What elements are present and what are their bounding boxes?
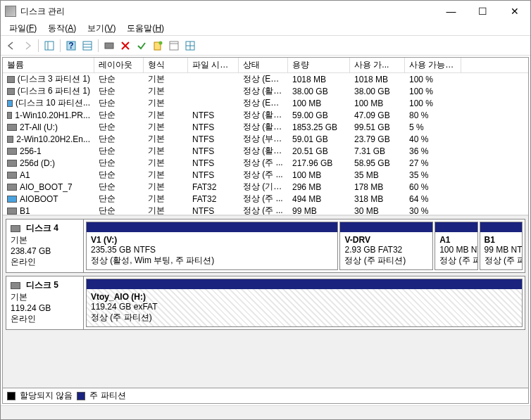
list-button[interactable] xyxy=(80,38,95,53)
drive-icon xyxy=(7,196,17,203)
window-root: 디스크 관리 — ☐ ✕ 파일(F)동작(A)보기(V)도움말(H) ? 볼륨 … xyxy=(0,0,531,420)
volume-capacity: 20.51 GB xyxy=(288,146,350,156)
volume-row[interactable]: AIO_BOOT_7단순기본FAT32정상 (기본...296 MB178 MB… xyxy=(3,181,528,193)
forward-button[interactable] xyxy=(20,38,35,53)
volume-status: 정상 (주 ... xyxy=(239,193,288,205)
new-button[interactable] xyxy=(150,38,165,53)
partition-size: 235.35 GB NTFS xyxy=(91,245,333,255)
partition[interactable]: B199 MB NTFS정상 (주 파티션) xyxy=(480,222,523,270)
legend-primary-icon xyxy=(77,392,85,400)
menu-v[interactable]: 보기(V) xyxy=(82,22,121,35)
volume-row[interactable]: B1단순기본NTFS정상 (주 ...99 MB30 MB30 % xyxy=(3,205,528,216)
disk-partitions: Vtoy_AIO (H:)119.24 GB exFAT정상 (주 파티션) xyxy=(84,276,525,329)
volume-row[interactable]: AIOBOOT단순기본FAT32정상 (주 ...494 MB318 MB64 … xyxy=(3,193,528,205)
legend-unallocated-label: 할당되지 않음 xyxy=(20,390,73,402)
titlebar[interactable]: 디스크 관리 — ☐ ✕ xyxy=(1,1,530,22)
partition-status: 정상 (주 파티션) xyxy=(91,312,518,324)
partition[interactable]: A1100 MB NTFS정상 (주 파티션) xyxy=(435,222,477,270)
volume-row[interactable]: 2T-All (U:)단순기본NTFS정상 (활성...1853.25 GB99… xyxy=(3,121,528,133)
volume-row[interactable]: 2-Win10.20H2.En...단순기본NTFS정상 (부팅...59.01… xyxy=(3,133,528,145)
volume-capacity: 1853.25 GB xyxy=(288,122,350,132)
disk-label[interactable]: 디스크 4기본238.47 GB온라인 xyxy=(6,219,84,272)
disk-graphical-view[interactable]: 디스크 4기본238.47 GB온라인V1 (V:)235.35 GB NTFS… xyxy=(3,216,528,388)
menu-a[interactable]: 동작(A) xyxy=(42,22,82,35)
col-filesystem[interactable]: 파일 시스템 xyxy=(188,58,239,72)
drive-icon xyxy=(7,184,17,191)
help-button[interactable]: ? xyxy=(63,38,79,53)
disk-size: 119.24 GB xyxy=(11,303,79,313)
properties-button[interactable] xyxy=(166,38,182,53)
partition-header xyxy=(340,222,432,232)
partition-name: Vtoy_AIO (H:) xyxy=(91,292,518,302)
volume-fs: NTFS xyxy=(188,158,239,168)
volume-row[interactable]: (디스크 10 파티션...단순기본정상 (EFI ...100 MB100 M… xyxy=(3,97,528,109)
volume-row[interactable]: A1단순기본NTFS정상 (주 ...100 MB35 MB35 % xyxy=(3,169,528,181)
partition[interactable]: V1 (V:)235.35 GB NTFS정상 (활성, Wim 부팅, 주 파… xyxy=(86,222,338,270)
grid-button[interactable] xyxy=(182,38,198,53)
volume-status: 정상 (주 ... xyxy=(239,169,288,181)
volume-row[interactable]: 256d (D:)단순기본NTFS정상 (주 ...217.96 GB58.95… xyxy=(3,157,528,169)
volume-capacity: 59.01 GB xyxy=(288,134,350,144)
disk-row[interactable]: 디스크 4기본238.47 GB온라인V1 (V:)235.35 GB NTFS… xyxy=(6,219,525,273)
volume-status: 정상 (EFI ... xyxy=(239,97,288,109)
menu-h[interactable]: 도움말(H) xyxy=(121,22,170,35)
drive-icon xyxy=(7,172,17,179)
volume-status: 정상 (활성... xyxy=(239,145,288,157)
partition-name: V-DRV xyxy=(344,235,428,245)
view-button[interactable] xyxy=(42,38,57,53)
volume-name: 2-Win10.20H2.En... xyxy=(16,134,90,144)
volume-row[interactable]: (디스크 6 파티션 1)단순기본정상 (활성...38.00 GB38.00 … xyxy=(3,85,528,97)
volume-percent: 100 % xyxy=(405,75,461,84)
drive-icon xyxy=(7,148,17,155)
disk-button[interactable] xyxy=(101,38,117,53)
legend: 할당되지 않음 주 파티션 xyxy=(3,388,528,403)
col-volume[interactable]: 볼륨 xyxy=(3,58,94,72)
menu-f[interactable]: 파일(F) xyxy=(4,22,42,35)
col-free[interactable]: 사용 가... xyxy=(350,58,405,72)
back-button[interactable] xyxy=(4,38,19,53)
volume-capacity: 100 MB xyxy=(288,98,350,108)
volume-status: 정상 (기본... xyxy=(239,181,288,193)
partition[interactable]: Vtoy_AIO (H:)119.24 GB exFAT정상 (주 파티션) xyxy=(86,279,523,327)
volume-row[interactable]: (디스크 3 파티션 1)단순기본정상 (EFI ...1018 MB1018 … xyxy=(3,73,528,85)
column-headers: 볼륨 레이아웃 형식 파일 시스템 상태 용량 사용 가... 사용 가능한..… xyxy=(3,58,528,73)
close-button[interactable]: ✕ xyxy=(499,1,530,21)
check-button[interactable] xyxy=(134,38,149,53)
col-type[interactable]: 형식 xyxy=(144,58,188,72)
volume-row[interactable]: 256-1단순기본NTFS정상 (활성...20.51 GB7.31 GB36 … xyxy=(3,145,528,157)
col-capacity[interactable]: 용량 xyxy=(288,58,350,72)
content-area: 볼륨 레이아웃 형식 파일 시스템 상태 용량 사용 가... 사용 가능한..… xyxy=(2,57,529,404)
legend-unallocated-icon xyxy=(7,392,15,400)
partition-size: 99 MB NTFS xyxy=(485,245,518,255)
minimize-button[interactable]: — xyxy=(435,1,467,21)
volume-capacity: 59.00 GB xyxy=(288,110,350,120)
volume-layout: 단순 xyxy=(94,145,144,157)
svg-rect-0 xyxy=(45,42,54,50)
volume-percent: 27 % xyxy=(405,158,461,168)
volume-type: 기본 xyxy=(144,169,188,181)
partition[interactable]: V-DRV2.93 GB FAT32정상 (주 파티션) xyxy=(339,222,433,270)
volume-free: 178 MB xyxy=(350,182,405,192)
volume-list[interactable]: 볼륨 레이아웃 형식 파일 시스템 상태 용량 사용 가... 사용 가능한..… xyxy=(3,58,528,216)
disk-label[interactable]: 디스크 5기본119.24 GB온라인 xyxy=(6,276,84,329)
volume-status: 정상 (주 ... xyxy=(239,205,288,216)
partition-header xyxy=(435,222,477,232)
disk-partitions: V1 (V:)235.35 GB NTFS정상 (활성, Wim 부팅, 주 파… xyxy=(84,219,525,272)
delete-button[interactable] xyxy=(118,38,133,53)
col-layout[interactable]: 레이아웃 xyxy=(94,58,144,72)
svg-rect-10 xyxy=(170,42,178,50)
disk-row[interactable]: 디스크 5기본119.24 GB온라인Vtoy_AIO (H:)119.24 G… xyxy=(6,276,525,330)
volume-capacity: 99 MB xyxy=(288,206,350,216)
volume-row[interactable]: 1-Win10.20H1.PR...단순기본NTFS정상 (활성...59.00… xyxy=(3,109,528,121)
toolbar: ? xyxy=(1,36,530,56)
col-percent[interactable]: 사용 가능한... xyxy=(405,58,461,72)
partition-status: 정상 (활성, Wim 부팅, 주 파티션) xyxy=(91,255,333,267)
drive-icon xyxy=(7,208,17,215)
volume-percent: 5 % xyxy=(405,122,461,132)
maximize-button[interactable]: ☐ xyxy=(467,1,499,21)
disk-status: 온라인 xyxy=(11,313,79,325)
col-status[interactable]: 상태 xyxy=(239,58,288,72)
drive-icon xyxy=(7,100,13,107)
volume-type: 기본 xyxy=(144,133,188,145)
disk-icon xyxy=(11,282,20,289)
